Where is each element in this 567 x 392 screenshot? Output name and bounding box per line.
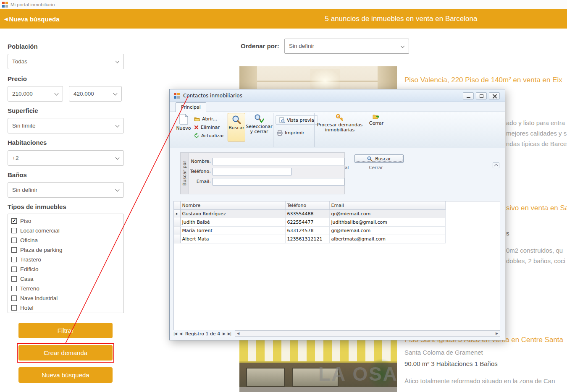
habitaciones-label: Habitaciones xyxy=(8,139,47,146)
habitaciones-select[interactable]: +2 xyxy=(8,150,124,166)
last-record-button[interactable]: ▶| xyxy=(228,332,231,336)
imprimir-button[interactable]: Imprimir xyxy=(277,129,304,136)
row-selector-cell xyxy=(174,235,180,243)
tipo-item-local-comercial[interactable]: Local comercial xyxy=(8,226,123,235)
window-titlebar: Mi portal inmobiliario xyxy=(0,0,567,9)
listing1-title-link[interactable]: Piso Valencia, 220 Piso de 140m² en vent… xyxy=(404,76,567,84)
nuevo-button[interactable]: Nuevo xyxy=(174,114,193,131)
maximize-button[interactable] xyxy=(476,92,487,99)
tipo-item-trastero[interactable]: Trastero xyxy=(8,255,123,264)
precio-max-select[interactable]: 420.000 xyxy=(69,86,122,102)
nueva-busqueda-button[interactable]: Nueva búsqueda xyxy=(18,367,113,383)
collapse-ribbon-button[interactable] xyxy=(493,162,499,168)
actualizar-label: Actualizar xyxy=(201,133,224,139)
superficie-label: Superficie xyxy=(8,107,38,114)
checkbox-unchecked-icon[interactable] xyxy=(11,305,17,311)
listing2-title-link[interactable]: sivo en venta en Sa xyxy=(506,204,567,212)
col-nombre[interactable]: Nombre xyxy=(180,201,285,209)
tipo-item-plaza-de-parking[interactable]: Plaza de parking xyxy=(8,245,123,255)
prev-record-button[interactable]: ◀ xyxy=(179,332,182,336)
listing1-description-fragment: ado y listo para entra xyxy=(506,119,567,126)
tipo-item-terreno[interactable]: Terreno xyxy=(8,284,123,293)
email-input[interactable] xyxy=(213,178,344,186)
checkbox-unchecked-icon[interactable] xyxy=(11,286,17,291)
seleccionar-label: Seleccionar y cerrar xyxy=(246,124,273,134)
annotation-highlight-rect xyxy=(17,343,114,363)
tipo-item-hotel[interactable]: Hotel xyxy=(8,303,123,313)
scroll-right-icon[interactable]: ▶ xyxy=(494,332,500,335)
close-folder-icon xyxy=(373,114,380,120)
checkbox-unchecked-icon[interactable] xyxy=(11,228,17,233)
nombre-input[interactable] xyxy=(213,158,344,165)
superficie-select[interactable]: Sin límite xyxy=(8,118,124,133)
checkbox-label: Piso xyxy=(20,218,31,224)
record-status: Registro 1 de 4 xyxy=(185,331,220,337)
checkbox-unchecked-icon[interactable] xyxy=(11,276,17,282)
checkbox-unchecked-icon[interactable] xyxy=(11,295,17,301)
tipo-item-piso[interactable]: ✓Piso xyxy=(8,216,123,226)
checkbox-unchecked-icon[interactable] xyxy=(11,267,17,272)
col-telefono[interactable]: Teléfono xyxy=(285,201,329,209)
close-button[interactable] xyxy=(489,92,500,99)
eliminar-button[interactable]: Eliminar xyxy=(194,123,220,131)
horizontal-scrollbar[interactable]: ◀ ▶ xyxy=(235,330,500,337)
ordenar-label: Ordenar por: xyxy=(241,42,279,50)
actualizar-button[interactable]: Actualizar xyxy=(194,132,224,139)
seleccionar-cerrar-button[interactable]: Seleccionar y cerrar xyxy=(247,114,271,134)
page-title: 5 anuncios de inmuebles en venta en Barc… xyxy=(239,9,563,29)
first-record-button[interactable]: |◀ xyxy=(173,332,177,336)
group-separator xyxy=(314,113,315,147)
minimize-button[interactable] xyxy=(463,92,474,99)
table-row[interactable]: Judith Balbé622554477judithballbe@gmail.… xyxy=(174,218,445,226)
email-label: Email: xyxy=(190,178,211,185)
back-button[interactable]: ◀ Nueva búsqueda xyxy=(4,9,60,29)
chevron-down-icon xyxy=(116,59,120,63)
procesar-demandas-button[interactable]: Procesar demandas inmobiliarias xyxy=(317,114,363,133)
minimize-icon xyxy=(467,97,470,98)
checkbox-unchecked-icon[interactable] xyxy=(11,247,17,253)
tipos-list: ✓PisoLocal comercialOficinaPlaza de park… xyxy=(8,214,124,313)
table-row[interactable]: María Torrent633124578gr@miemail.com xyxy=(174,226,445,235)
vista-previa-button[interactable]: Vista previa xyxy=(276,115,318,125)
cerrar-button[interactable]: Cerrar xyxy=(365,114,387,126)
select-check-icon xyxy=(254,114,264,123)
tipo-item-edificio[interactable]: Edificio xyxy=(8,264,123,274)
chevron-up-icon xyxy=(494,164,498,168)
buscar-por-tab[interactable]: Buscar por xyxy=(181,153,189,194)
abrir-button[interactable]: Abrir... xyxy=(194,115,217,123)
banos-select[interactable]: Sin definir xyxy=(8,182,124,198)
table-cell: 633554488 xyxy=(285,209,329,218)
ordenar-select[interactable]: Sin definir xyxy=(284,39,409,54)
table-row[interactable]: ▸Gustavo Rodríguez633554488gr@miemail.co… xyxy=(174,209,445,218)
col-email[interactable]: Email xyxy=(329,201,445,209)
poblacion-select[interactable]: Todas xyxy=(8,54,124,69)
listing2-description-fragment: dobles, 2 baños, coci xyxy=(506,257,567,264)
buscar-ribbon-button[interactable]: Buscar xyxy=(228,113,245,141)
contactos-dialog: Contactos inmobiliarios Principal Nuevo … xyxy=(169,89,505,340)
listing1-description-fragment: ndas típicas de Barce xyxy=(506,140,567,147)
listing3-specs: 90.00 m² 3 Habitaciones 1 Baños xyxy=(404,360,567,367)
checkbox-checked-icon[interactable]: ✓ xyxy=(11,218,17,224)
eliminar-label: Eliminar xyxy=(201,125,220,130)
chevron-down-icon xyxy=(116,188,120,192)
group-separator xyxy=(364,113,364,147)
dialog-titlebar[interactable]: Contactos inmobiliarios xyxy=(170,89,505,102)
filtrar-button[interactable]: Filtrar xyxy=(18,323,113,338)
scroll-left-icon[interactable]: ◀ xyxy=(235,332,241,335)
tab-principal[interactable]: Principal xyxy=(176,102,206,112)
tipo-item-casa[interactable]: Casa xyxy=(8,274,123,284)
print-preview-icon xyxy=(279,117,285,123)
checkbox-unchecked-icon[interactable] xyxy=(11,257,17,262)
tipo-item-nave-industrial[interactable]: Nave industrial xyxy=(8,293,123,303)
checkbox-label: Oficina xyxy=(20,237,38,243)
row-selector-cell: ▸ xyxy=(174,209,180,218)
checkbox-label: Terreno xyxy=(20,285,39,292)
back-arrow-icon: ◀ xyxy=(4,17,8,21)
tipo-item-oficina[interactable]: Oficina xyxy=(8,235,123,245)
telefono-input[interactable] xyxy=(213,168,291,175)
precio-min-select[interactable]: 210.000 xyxy=(8,86,63,102)
table-row[interactable]: Albert Mata123561312121albertmata@gmail.… xyxy=(174,235,445,243)
buscar-button[interactable]: Buscar xyxy=(354,154,404,163)
next-record-button[interactable]: ▶ xyxy=(223,332,225,336)
checkbox-unchecked-icon[interactable] xyxy=(11,238,17,243)
